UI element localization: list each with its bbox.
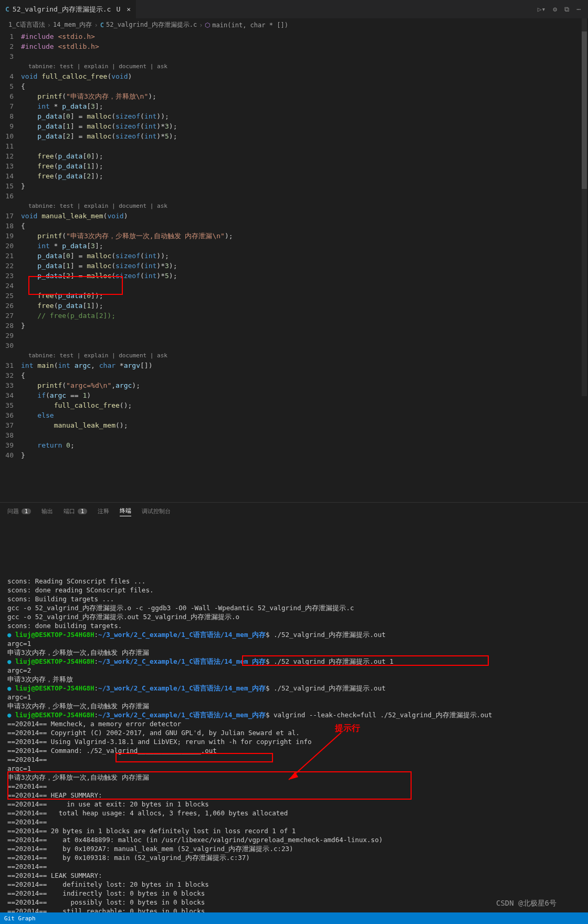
code-line[interactable]: 26 free(p_data[1]); bbox=[0, 301, 588, 311]
tab-ports[interactable]: 端口 1 bbox=[64, 507, 87, 515]
breadcrumb-symbol[interactable]: main(int, char * []) bbox=[212, 22, 288, 29]
code-content[interactable]: void full_calloc_free(void) bbox=[21, 71, 588, 81]
code-content[interactable] bbox=[21, 191, 588, 201]
code-line[interactable]: 20 int * p_data[3]; bbox=[0, 241, 588, 251]
code-content[interactable]: else bbox=[21, 410, 588, 420]
code-line[interactable]: 39 return 0; bbox=[0, 440, 588, 450]
close-icon[interactable]: × bbox=[127, 5, 131, 13]
code-content[interactable]: } bbox=[21, 450, 588, 460]
code-content[interactable]: void manual_leak_mem(void) bbox=[21, 211, 588, 221]
code-content[interactable]: free(p_data[1]); bbox=[21, 161, 588, 171]
run-icon[interactable]: ▷▾ bbox=[538, 5, 546, 14]
codelens[interactable]: tabnine: test | explain | document | ask bbox=[0, 351, 588, 360]
scrollbar-thumb[interactable] bbox=[582, 31, 587, 189]
terminal-output[interactable]: 提示行 scons: Reading SConscript files ...s… bbox=[0, 520, 588, 924]
code-content[interactable]: { bbox=[21, 370, 588, 380]
code-content[interactable]: #include <stdlib.h> bbox=[21, 41, 588, 51]
editor-tab[interactable]: C 52_valgrind_内存泄漏提示.c U × bbox=[0, 0, 136, 18]
code-line[interactable]: 17void manual_leak_mem(void) bbox=[0, 211, 588, 221]
code-content[interactable]: free(p_data[2]); bbox=[21, 171, 588, 181]
more-icon[interactable]: ⋯ bbox=[576, 5, 581, 14]
code-line[interactable]: 38 bbox=[0, 430, 588, 440]
codelens[interactable]: tabnine: test | explain | document | ask bbox=[0, 201, 588, 211]
code-line[interactable]: 37 manual_leak_mem(); bbox=[0, 420, 588, 430]
code-line[interactable]: 10 p_data[2] = malloc(sizeof(int)*5); bbox=[0, 131, 588, 141]
code-content[interactable] bbox=[21, 51, 588, 61]
code-content[interactable]: printf("申请3次内存，并释放\n"); bbox=[21, 91, 588, 101]
code-line[interactable]: 29 bbox=[0, 331, 588, 341]
split-icon[interactable]: ⧉ bbox=[564, 5, 569, 14]
code-content[interactable]: printf("argc=%d\n",argc); bbox=[21, 380, 588, 390]
code-content[interactable]: } bbox=[21, 181, 588, 191]
annotation-box bbox=[116, 753, 273, 762]
tab-debug-console[interactable]: 调试控制台 bbox=[142, 507, 171, 515]
tab-comments[interactable]: 注释 bbox=[98, 507, 109, 515]
breadcrumb-folder[interactable]: 14_mem_内存 bbox=[53, 20, 92, 29]
code-content[interactable] bbox=[21, 141, 588, 151]
code-content[interactable]: free(p_data[0]); bbox=[21, 151, 588, 161]
code-line[interactable]: 8 p_data[0] = malloc(sizeof(int)); bbox=[0, 111, 588, 121]
code-line[interactable]: 9 p_data[1] = malloc(sizeof(int)*3); bbox=[0, 121, 588, 131]
code-line[interactable]: 19 printf("申请3次内存，少释放一次,自动触发 内存泄漏\n"); bbox=[0, 231, 588, 241]
code-line[interactable]: 22 p_data[1] = malloc(sizeof(int)*3); bbox=[0, 261, 588, 271]
code-content[interactable]: return 0; bbox=[21, 440, 588, 450]
code-line[interactable]: 36 else bbox=[0, 410, 588, 420]
code-content[interactable]: { bbox=[21, 81, 588, 91]
code-content[interactable]: p_data[2] = malloc(sizeof(int)*5); bbox=[21, 131, 588, 141]
code-line[interactable]: 35 full_calloc_free(); bbox=[0, 400, 588, 410]
tab-output[interactable]: 输出 bbox=[41, 507, 53, 515]
breadcrumb-file[interactable]: 52_valgrind_内存泄漏提示.c bbox=[106, 20, 197, 29]
code-content[interactable]: full_calloc_free(); bbox=[21, 400, 588, 410]
tab-problems[interactable]: 问题 1 bbox=[7, 507, 31, 515]
code-line[interactable]: 1#include <stdio.h> bbox=[0, 31, 588, 41]
code-content[interactable]: manual_leak_mem(); bbox=[21, 420, 588, 430]
tab-terminal[interactable]: 终端 bbox=[120, 507, 131, 516]
code-content[interactable] bbox=[21, 341, 588, 351]
code-line[interactable]: 40} bbox=[0, 450, 588, 460]
code-line[interactable]: 6 printf("申请3次内存，并释放\n"); bbox=[0, 91, 588, 101]
code-content[interactable]: // free(p_data[2]); bbox=[21, 311, 588, 321]
code-line[interactable]: 4void full_calloc_free(void) bbox=[0, 71, 588, 81]
code-editor[interactable]: 1#include <stdio.h>2#include <stdlib.h>3… bbox=[0, 31, 588, 460]
code-line[interactable]: 27 // free(p_data[2]); bbox=[0, 311, 588, 321]
codelens[interactable]: tabnine: test | explain | document | ask bbox=[0, 61, 588, 71]
code-line[interactable]: 15} bbox=[0, 181, 588, 191]
code-content[interactable]: p_data[1] = malloc(sizeof(int)*3); bbox=[21, 121, 588, 131]
code-content[interactable]: } bbox=[21, 321, 588, 331]
code-line[interactable]: 12 free(p_data[0]); bbox=[0, 151, 588, 161]
code-content[interactable]: p_data[0] = malloc(sizeof(int)); bbox=[21, 111, 588, 121]
code-line[interactable]: 13 free(p_data[1]); bbox=[0, 161, 588, 171]
code-line[interactable]: 33 printf("argc=%d\n",argc); bbox=[0, 380, 588, 390]
code-line[interactable]: 7 int * p_data[3]; bbox=[0, 101, 588, 111]
code-line[interactable]: 32{ bbox=[0, 370, 588, 380]
code-content[interactable]: printf("申请3次内存，少释放一次,自动触发 内存泄漏\n"); bbox=[21, 231, 588, 241]
code-content[interactable]: p_data[1] = malloc(sizeof(int)*3); bbox=[21, 261, 588, 271]
code-content[interactable]: { bbox=[21, 221, 588, 231]
code-content[interactable]: int main(int argc, char *argv[]) bbox=[21, 360, 588, 370]
breadcrumb-folder[interactable]: 1_C语言语法 bbox=[8, 20, 45, 29]
code-line[interactable]: 16 bbox=[0, 191, 588, 201]
code-line[interactable]: 14 free(p_data[2]); bbox=[0, 171, 588, 181]
code-line[interactable]: 3 bbox=[0, 51, 588, 61]
code-line[interactable]: 21 p_data[0] = malloc(sizeof(int)); bbox=[0, 251, 588, 261]
code-content[interactable]: #include <stdio.h> bbox=[21, 31, 588, 41]
code-line[interactable]: 31int main(int argc, char *argv[]) bbox=[0, 360, 588, 370]
code-content[interactable]: p_data[0] = malloc(sizeof(int)); bbox=[21, 251, 588, 261]
code-line[interactable]: 28} bbox=[0, 321, 588, 331]
code-content[interactable]: int * p_data[3]; bbox=[21, 241, 588, 251]
code-line[interactable]: 18{ bbox=[0, 221, 588, 231]
statusbar-gitgraph[interactable]: Git Graph bbox=[4, 915, 36, 922]
code-content[interactable]: int * p_data[3]; bbox=[21, 101, 588, 111]
breadcrumb[interactable]: 1_C语言语法 › 14_mem_内存 › C 52_valgrind_内存泄漏… bbox=[0, 18, 588, 31]
code-line[interactable]: 34 if(argc == 1) bbox=[0, 390, 588, 400]
code-line[interactable]: 2#include <stdlib.h> bbox=[0, 41, 588, 51]
code-content[interactable] bbox=[21, 331, 588, 341]
code-content[interactable]: free(p_data[1]); bbox=[21, 301, 588, 311]
tab-ports-label: 端口 bbox=[64, 507, 75, 515]
code-line[interactable]: 30 bbox=[0, 341, 588, 351]
gear-icon[interactable]: ⚙ bbox=[553, 5, 557, 14]
code-line[interactable]: 11 bbox=[0, 141, 588, 151]
code-content[interactable]: if(argc == 1) bbox=[21, 390, 588, 400]
code-line[interactable]: 5{ bbox=[0, 81, 588, 91]
code-content[interactable] bbox=[21, 430, 588, 440]
